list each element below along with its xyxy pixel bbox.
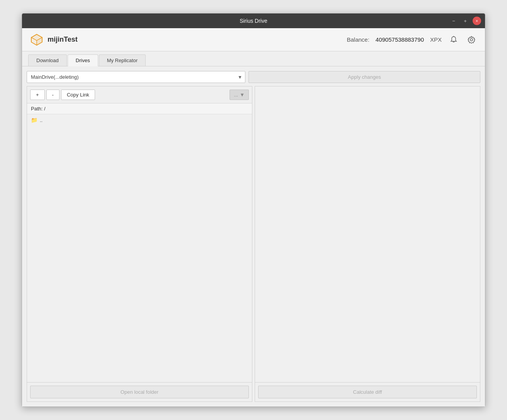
close-button[interactable]: × bbox=[473, 17, 481, 25]
list-item[interactable]: 📁 .. bbox=[29, 116, 250, 124]
right-panel-footer: Calculate diff bbox=[255, 382, 480, 401]
notifications-button[interactable] bbox=[448, 34, 459, 46]
header: mijinTest Balance: 409057538883790 XPX bbox=[22, 28, 485, 51]
app-logo-icon bbox=[30, 33, 44, 47]
left-panel-toolbar: + - Copy Link ... ▼ bbox=[27, 86, 252, 103]
copy-link-button[interactable]: Copy Link bbox=[61, 90, 95, 100]
open-local-folder-button[interactable]: Open local folder bbox=[30, 386, 249, 398]
calculate-diff-button[interactable]: Calculate diff bbox=[258, 386, 477, 398]
right-panel: Calculate diff bbox=[255, 86, 480, 402]
titlebar-controls: − + × bbox=[449, 17, 481, 25]
svg-point-9 bbox=[470, 39, 473, 41]
more-options-button[interactable]: ... ▼ bbox=[230, 90, 249, 100]
path-bar: Path: / bbox=[27, 103, 252, 114]
drive-select[interactable]: MainDrive(...deleting) bbox=[27, 71, 245, 83]
main-content: MainDrive(...deleting) ▼ Apply changes +… bbox=[22, 66, 485, 406]
app-window: Sirius Drive − + × mijinTest Balance: 40… bbox=[22, 13, 485, 407]
balance-currency: XPX bbox=[430, 36, 442, 43]
apply-changes-button[interactable]: Apply changes bbox=[248, 71, 480, 83]
titlebar-title: Sirius Drive bbox=[240, 18, 267, 24]
chevron-down-icon: ▼ bbox=[240, 92, 245, 98]
maximize-button[interactable]: + bbox=[461, 17, 470, 25]
folder-icon: 📁 bbox=[31, 117, 37, 123]
settings-button[interactable] bbox=[466, 34, 477, 46]
app-name: mijinTest bbox=[48, 36, 78, 44]
add-button[interactable]: + bbox=[30, 90, 45, 100]
panels: + - Copy Link ... ▼ Path: / 📁 .. bbox=[27, 86, 480, 402]
bell-icon bbox=[450, 36, 458, 44]
minimize-button[interactable]: − bbox=[449, 17, 458, 25]
left-panel: + - Copy Link ... ▼ Path: / 📁 .. bbox=[27, 86, 252, 402]
left-panel-footer: Open local folder bbox=[27, 382, 252, 401]
file-name: .. bbox=[40, 117, 43, 123]
balance-label: Balance: bbox=[347, 36, 369, 43]
tab-download[interactable]: Download bbox=[28, 54, 67, 66]
drive-select-wrapper: MainDrive(...deleting) ▼ bbox=[27, 71, 245, 83]
tab-my-replicator[interactable]: My Replicator bbox=[99, 54, 146, 66]
gear-icon bbox=[468, 36, 475, 44]
remove-button[interactable]: - bbox=[46, 90, 60, 100]
header-right: Balance: 409057538883790 XPX bbox=[347, 34, 477, 46]
titlebar: Sirius Drive − + × bbox=[22, 14, 485, 28]
logo-area: mijinTest bbox=[30, 33, 78, 47]
file-list: 📁 .. bbox=[27, 114, 252, 382]
top-controls: MainDrive(...deleting) ▼ Apply changes bbox=[27, 71, 480, 83]
tab-drives[interactable]: Drives bbox=[68, 54, 98, 66]
tabs-bar: Download Drives My Replicator bbox=[22, 51, 485, 66]
right-file-list bbox=[255, 86, 480, 382]
balance-value: 409057538883790 bbox=[376, 36, 424, 43]
